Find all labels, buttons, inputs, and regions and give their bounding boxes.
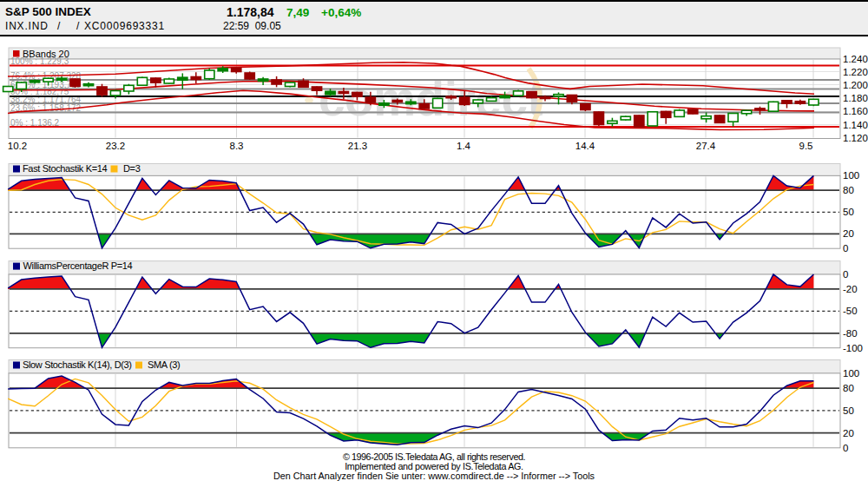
svg-text:0: 0 — [843, 443, 848, 453]
svg-text:20: 20 — [843, 228, 854, 239]
svg-text:WilliamsPercentageR P=14: WilliamsPercentageR P=14 — [23, 260, 133, 271]
svg-text:S&P 500 INDEX: S&P 500 INDEX — [5, 5, 91, 18]
svg-text:-50: -50 — [843, 306, 858, 316]
svg-text:1.160: 1.160 — [843, 106, 868, 116]
svg-text:SMA (3): SMA (3) — [148, 359, 180, 370]
svg-text:1.120: 1.120 — [843, 133, 868, 143]
svg-text:21.3: 21.3 — [348, 141, 367, 151]
svg-text:0% : 1.136,2: 0% : 1.136,2 — [10, 118, 60, 128]
svg-text:-20: -20 — [843, 284, 858, 294]
svg-text:Den Chart Analyzer finden Sie: Den Chart Analyzer finden Sie unter: www… — [273, 471, 595, 481]
svg-text:23.2: 23.2 — [106, 141, 125, 151]
svg-text:Slow Stochastik K(14), D(3): Slow Stochastik K(14), D(3) — [23, 359, 132, 370]
svg-text:80: 80 — [843, 185, 854, 195]
svg-text:100: 100 — [843, 170, 859, 181]
svg-text:D=3: D=3 — [123, 163, 141, 174]
svg-text:27.4: 27.4 — [696, 141, 716, 151]
svg-text:1.180: 1.180 — [843, 93, 868, 103]
svg-text:100% : 1.229,3: 100% : 1.229,3 — [10, 56, 69, 66]
svg-text:+0,64%: +0,64% — [321, 6, 361, 19]
svg-text:0: 0 — [843, 243, 848, 254]
svg-text:XC0009693331: XC0009693331 — [84, 20, 165, 32]
svg-text:1.220: 1.220 — [843, 67, 868, 77]
svg-text:50: 50 — [843, 405, 854, 416]
svg-text:-100: -100 — [843, 343, 863, 353]
svg-text:Fast Stochastik K=14: Fast Stochastik K=14 — [23, 163, 107, 174]
svg-text:-80: -80 — [843, 328, 858, 339]
svg-text:INX.IND: INX.IND — [5, 20, 49, 32]
svg-text:10.2: 10.2 — [8, 141, 27, 151]
svg-text:0: 0 — [843, 269, 848, 280]
svg-text:1.4: 1.4 — [457, 141, 471, 151]
svg-text:1.140: 1.140 — [843, 120, 868, 130]
svg-text:14.4: 14.4 — [575, 141, 595, 151]
svg-text:7,49: 7,49 — [286, 6, 309, 19]
svg-text:50: 50 — [843, 207, 854, 217]
svg-text:80: 80 — [843, 383, 854, 393]
svg-text:1.240: 1.240 — [843, 54, 868, 64]
svg-text:1.178,84: 1.178,84 — [227, 5, 274, 19]
svg-text:100: 100 — [843, 368, 859, 379]
svg-text:20: 20 — [843, 428, 854, 438]
svg-text:1.200: 1.200 — [843, 80, 868, 90]
svg-text:8.3: 8.3 — [230, 141, 244, 151]
svg-text:22:59 09.05: 22:59 09.05 — [223, 20, 281, 32]
svg-text:9.5: 9.5 — [799, 141, 813, 151]
